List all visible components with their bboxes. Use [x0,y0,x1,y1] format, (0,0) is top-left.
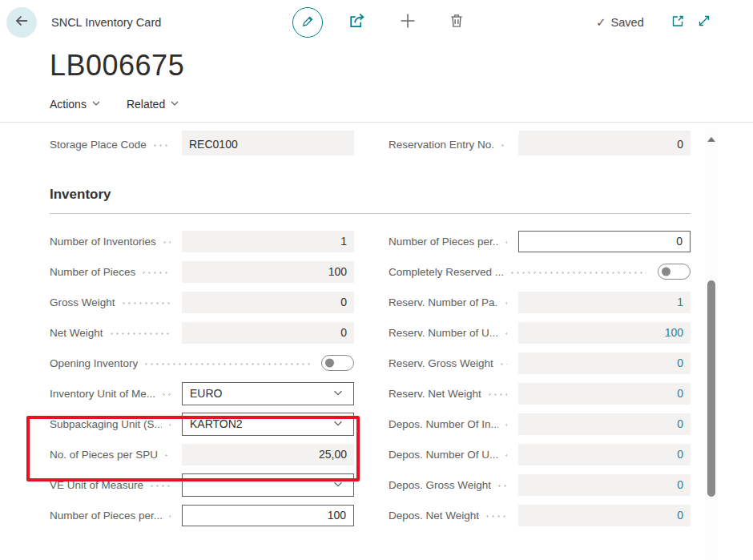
input-number-of-pieces-per[interactable] [182,505,354,526]
edit-button[interactable] [292,7,323,38]
field-label: Opening Inventory [50,357,138,369]
field-labelbox: Number of Pieces per... [389,236,513,248]
field-label: Number of Inventories [50,236,156,248]
checkmark-icon: ✓ [596,15,606,30]
field-row-completely-reserved: Completely Reserved ... [389,256,691,287]
delete-button[interactable] [448,12,465,33]
toggle-knob [325,359,334,368]
chevron-down-icon [332,417,344,431]
leader-dots [500,144,507,147]
scrollbar-up-arrow-icon[interactable] [707,137,715,142]
leader-dots [121,302,171,304]
leader-dots [167,424,171,426]
field-row-reserv-number-of-u: Reserv. Number of U...100 [389,317,691,348]
leader-dots [504,332,507,335]
input-number-of-pieces-per[interactable] [518,231,691,252]
field-row-number-of-pieces: Number of Pieces100 [50,256,354,287]
field-label: Number of Pieces per... [50,510,162,522]
save-status-label: Saved [611,16,644,29]
field-row-net-weight: Net Weight0 [50,317,354,348]
field-row-inventory-unit-of-me: Inventory Unit of Me...EURO [50,378,354,409]
field-labelbox: Reserv. Number of U... [389,327,513,339]
leader-dots [141,272,171,274]
field-labelbox: Completely Reserved ... [389,266,653,278]
field-reserv-number-of-u[interactable]: 100 [518,322,691,344]
pencil-icon [300,14,316,32]
trash-icon [448,12,465,33]
field-reserv-gross-weight[interactable]: 0 [518,353,691,374]
field-number-of-inventories: 1 [182,231,354,252]
leader-dots [485,515,507,518]
field-labelbox: Number of Pieces [50,266,177,278]
record-title: LB006675 [50,49,184,83]
chevron-down-icon [91,98,101,111]
field-no-of-pieces-per-spu: 25,00 [182,444,354,465]
chevron-down-icon [332,387,344,401]
toggle-opening-inventory[interactable] [321,355,354,371]
field-row-subpackaging-unit-s: Subpackaging Unit (S...KARTON2 [50,409,354,439]
save-status: ✓ Saved [596,15,644,30]
field-label: Storage Place Code [50,139,147,151]
combobox-ve-unit-of-measure[interactable] [182,473,354,497]
combobox-inventory-unit-of-me[interactable]: EURO [182,382,354,405]
leader-dots [152,144,171,147]
plus-icon [398,11,417,34]
toggle-completely-reserved[interactable] [658,264,691,280]
leader-dots [149,485,171,487]
leader-dots [504,424,507,426]
vertical-scrollbar[interactable] [705,129,718,560]
field-reserv-number-of-pa[interactable]: 1 [518,292,691,313]
field-labelbox: Gross Weight [50,296,177,308]
menu-related-label: Related [127,98,165,111]
leader-dots [487,393,507,396]
field-label: VE Unit of Measure [50,479,143,491]
field-label: Depos. Net Weight [389,510,479,522]
field-depos-net-weight[interactable]: 0 [518,505,691,526]
leader-dots [509,272,646,274]
leader-dots [504,241,507,244]
field-label: Reserv. Net Weight [389,388,481,400]
scrollbar-thumb[interactable] [707,280,715,497]
open-in-window-button[interactable] [670,13,686,32]
field-number-of-pieces: 100 [182,261,354,283]
back-arrow-icon [13,12,30,33]
field-storage-place-code: REC0100 [182,134,354,155]
new-button[interactable] [398,11,417,34]
field-depos-number-of-in[interactable]: 0 [518,413,691,435]
field-labelbox: Depos. Number Of In... [389,418,513,430]
field-row-opening-inventory: Opening Inventory [50,348,354,378]
leader-dots [504,302,507,304]
field-label: Reserv. Number of Pa... [389,296,498,308]
field-depos-gross-weight[interactable]: 0 [518,474,691,496]
chevron-down-icon [332,478,344,492]
chevron-down-icon [170,98,179,111]
back-button[interactable] [6,7,37,38]
menu-actions-label: Actions [50,98,87,111]
field-depos-number-of-u[interactable]: 0 [518,444,691,465]
field-reserv-net-weight[interactable]: 0 [518,383,691,405]
field-label: Depos. Number Of In... [389,418,498,430]
field-label: Depos. Number Of U... [389,449,498,461]
leader-dots [497,485,507,487]
field-labelbox: VE Unit of Measure [50,479,177,491]
field-label: Reservation Entry No. [389,139,494,151]
menu-related[interactable]: Related [127,98,179,111]
field-labelbox: Number of Inventories [50,236,177,248]
field-row-depos-net-weight: Depos. Net Weight0 [389,500,691,530]
field-label: Inventory Unit of Me... [50,388,155,400]
field-label: Number of Pieces [50,266,135,278]
field-row-reserv-net-weight: Reserv. Net Weight0 [389,378,691,409]
field-row-number-of-pieces-per: Number of Pieces per... [389,226,691,256]
field-row-depos-number-of-u: Depos. Number Of U...0 [389,439,691,469]
field-label: Number of Pieces per... [389,236,498,248]
field-labelbox: Depos. Net Weight [389,510,513,522]
field-reservation-entry-no: 0 [518,134,691,155]
share-button[interactable] [348,11,367,34]
combobox-subpackaging-unit-s[interactable]: KARTON2 [182,413,354,436]
leader-dots [504,454,507,457]
field-label: Gross Weight [50,296,115,308]
menu-actions[interactable]: Actions [50,98,101,111]
leader-dots [163,454,171,457]
leader-dots [167,515,171,518]
expand-button[interactable] [696,13,712,32]
